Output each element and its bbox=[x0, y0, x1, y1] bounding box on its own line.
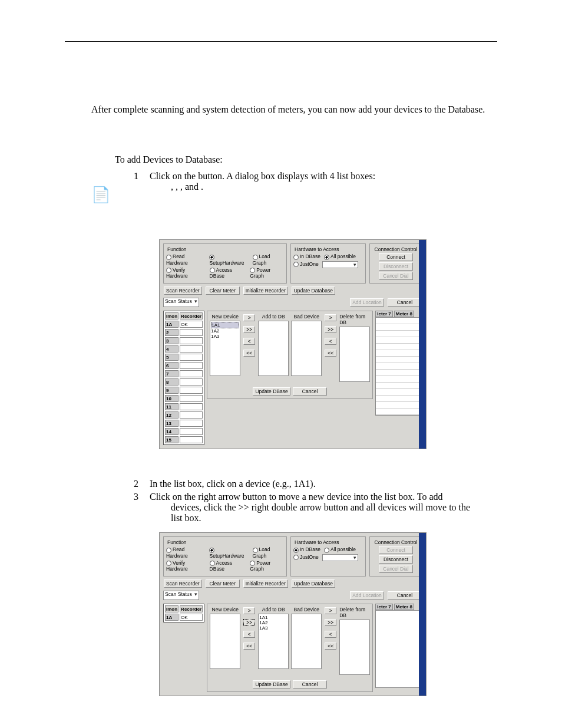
right-meter-cols: leter 7 Meter 8 bbox=[375, 311, 424, 416]
intro-paragraph: After complete scanning and system detec… bbox=[91, 103, 497, 116]
move-all-right-button[interactable]: >> bbox=[243, 326, 255, 333]
radio-read-hw[interactable]: Read Hardware bbox=[166, 253, 206, 265]
intro-text: After complete scanning and system detec… bbox=[91, 104, 485, 114]
radio-setup-hw[interactable]: SetupHardware bbox=[209, 253, 249, 265]
scan-recorder-button[interactable]: Scan Recorder bbox=[164, 579, 202, 588]
step-3-cont2: list box. bbox=[171, 513, 497, 523]
clear-meter-button[interactable]: Clear Meter bbox=[206, 579, 240, 588]
connect-button[interactable]: Connect bbox=[379, 253, 413, 261]
bad-move-all-right-button[interactable]: >> bbox=[325, 326, 336, 333]
move-left-button[interactable]: < bbox=[243, 631, 255, 638]
radio-access-db[interactable]: Access DBase bbox=[210, 267, 247, 279]
new-device-list[interactable]: 1A1 1A2 1A3 bbox=[210, 321, 240, 376]
update-dbase-button[interactable]: Update DBase bbox=[253, 680, 290, 689]
add-location-button: Add Location bbox=[350, 591, 384, 599]
radio-just-one[interactable]: JustOne bbox=[293, 261, 319, 268]
delete-from-db-list[interactable] bbox=[339, 327, 370, 382]
radio-just-one[interactable]: JustOne bbox=[293, 554, 319, 561]
move-left-button[interactable]: < bbox=[243, 338, 255, 345]
radio-in-dbase[interactable]: In DBase bbox=[293, 546, 320, 552]
bad-device-list[interactable] bbox=[291, 321, 322, 376]
screenshot-2: Function Read Hardware SetupHardware Loa… bbox=[159, 532, 427, 696]
radio-read-hw[interactable]: Read Hardware bbox=[166, 546, 206, 558]
justone-select[interactable] bbox=[322, 554, 358, 561]
move-all-right-button[interactable]: >> bbox=[243, 619, 255, 626]
cancel-top-button[interactable]: Cancel bbox=[388, 591, 422, 599]
radio-access-db[interactable]: Access DBase bbox=[210, 560, 247, 572]
move-right-button[interactable]: > bbox=[243, 607, 255, 614]
bluebar bbox=[419, 240, 426, 449]
scan-recorder-button[interactable]: Scan Recorder bbox=[164, 286, 202, 295]
step-3-cont: devices, click the >> right double arrow… bbox=[171, 502, 497, 513]
add-to-db-list[interactable] bbox=[258, 321, 289, 376]
procedure-heading: To add Devices to Database: bbox=[115, 154, 497, 165]
cancel-button[interactable]: Cancel bbox=[293, 680, 327, 689]
bad-move-left-button[interactable]: < bbox=[325, 338, 336, 345]
cancel-dial-button: Cancel Dial bbox=[379, 565, 413, 573]
device-panel: New Device 1A1 1A2 1A3 > >> < bbox=[207, 311, 373, 399]
step-2: 2 In the list box, click on a device (e.… bbox=[115, 479, 497, 489]
radio-all-possible[interactable]: All possible bbox=[324, 253, 356, 259]
radio-verify-hw[interactable]: Verify Hardware bbox=[166, 267, 206, 279]
radio-verify-hw[interactable]: Verify Hardware bbox=[166, 560, 206, 572]
function-group: Function Read Hardware SetupHardware Loa… bbox=[163, 243, 287, 284]
bluebar bbox=[419, 533, 426, 696]
add-location-button: Add Location bbox=[350, 298, 384, 307]
radio-load-graph[interactable]: Load Graph bbox=[253, 253, 284, 265]
bad-move-all-left-button[interactable]: << bbox=[325, 350, 336, 357]
update-database-button[interactable]: Update Database bbox=[292, 579, 335, 588]
left-grid: ImonRecorder 1AOK 2 3 4 5 6 7 8 9 10 11 … bbox=[163, 311, 204, 445]
radio-power-graph[interactable]: Power Graph bbox=[250, 560, 284, 572]
connection-group: Connection Control Connect Disconnect Ca… bbox=[369, 536, 422, 577]
update-dbase-button[interactable]: Update DBase bbox=[253, 387, 290, 396]
initialize-recorder-button[interactable]: Initialize Recorder bbox=[243, 579, 288, 588]
delete-from-db-list[interactable] bbox=[339, 620, 370, 675]
radio-setup-hw[interactable]: SetupHardware bbox=[209, 546, 249, 558]
bad-move-all-right-button[interactable]: >> bbox=[325, 619, 336, 626]
radio-load-graph[interactable]: Load Graph bbox=[253, 546, 284, 558]
screenshot-1: Function Read Hardware SetupHardware Loa… bbox=[159, 239, 427, 449]
bad-move-right-button[interactable]: > bbox=[325, 607, 336, 614]
step-1-cont: , , , and . bbox=[171, 182, 497, 192]
connect-button: Connect bbox=[379, 546, 413, 554]
step-1: 1 Click on the button. A dialog box disp… bbox=[115, 171, 497, 182]
cancel-top-button[interactable]: Cancel bbox=[388, 298, 422, 307]
initialize-recorder-button[interactable]: Initialize Recorder bbox=[243, 286, 288, 295]
bad-move-all-left-button[interactable]: << bbox=[325, 643, 336, 650]
add-to-db-list[interactable]: 1A1 1A2 1A3 bbox=[258, 614, 289, 669]
move-all-left-button[interactable]: << bbox=[243, 350, 255, 357]
move-all-left-button[interactable]: << bbox=[243, 643, 255, 650]
note-icon: 📄 bbox=[91, 186, 110, 204]
new-device-list[interactable] bbox=[210, 614, 240, 669]
bad-move-left-button[interactable]: < bbox=[325, 631, 336, 638]
justone-select[interactable] bbox=[322, 261, 358, 268]
radio-in-dbase[interactable]: In DBase bbox=[293, 253, 320, 259]
device-panel: New Device > >> < << Add to DB bbox=[207, 604, 373, 692]
connection-group: Connection Control Connect Disconnect Ca… bbox=[369, 243, 422, 284]
move-right-button[interactable]: > bbox=[243, 314, 255, 321]
function-group: Function Read Hardware SetupHardware Loa… bbox=[163, 536, 287, 577]
cancel-dial-button: Cancel Dial bbox=[379, 272, 413, 280]
step-3: 3 Click on the right arrow button to mov… bbox=[115, 492, 497, 502]
right-meter-cols: leter 7 Meter 8 bbox=[375, 604, 424, 688]
clear-meter-button[interactable]: Clear Meter bbox=[206, 286, 240, 295]
scan-status-select[interactable]: Scan Status bbox=[163, 591, 199, 600]
radio-all-possible[interactable]: All possible bbox=[324, 546, 356, 552]
disconnect-button[interactable]: Disconnect bbox=[379, 555, 413, 564]
scan-status-select[interactable]: Scan Status bbox=[163, 298, 199, 307]
hardware-group: Hardware to Access In DBase All possible… bbox=[290, 243, 366, 284]
disconnect-button: Disconnect bbox=[379, 262, 413, 271]
left-grid: ImonRecorder 1AOK bbox=[163, 604, 204, 622]
update-database-button[interactable]: Update Database bbox=[292, 286, 335, 295]
bad-move-right-button[interactable]: > bbox=[325, 314, 336, 321]
bad-device-list[interactable] bbox=[291, 614, 322, 669]
radio-power-graph[interactable]: Power Graph bbox=[250, 267, 284, 279]
hardware-group: Hardware to Access In DBase All possible… bbox=[290, 536, 366, 577]
cancel-button[interactable]: Cancel bbox=[293, 387, 327, 396]
